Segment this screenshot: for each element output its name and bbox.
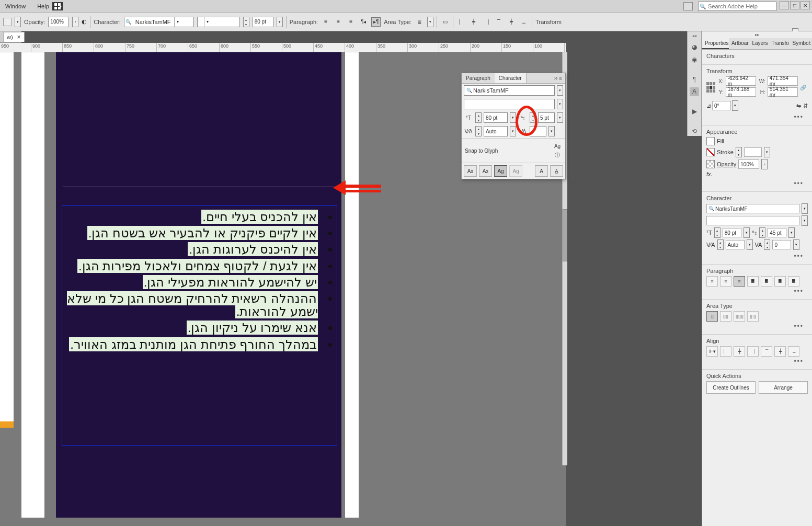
h-align-left-icon[interactable]: ⎸ [720,346,731,357]
font-style-field[interactable] [706,216,799,225]
align-objects-top-icon[interactable]: ⎺ [494,17,504,27]
area-type-dd[interactable]: ▾ [427,17,433,27]
font-style-field[interactable] [464,99,555,109]
font-style-field[interactable]: ▾ [197,17,240,27]
horizontal-ruler[interactable]: 9509008508007507006506005505004504003503… [0,43,566,52]
font-size-dd[interactable]: ▾ [277,17,283,27]
opacity-field[interactable]: 100% [738,159,759,169]
justify-center-icon[interactable]: ≣ [761,276,772,287]
collapse-icon[interactable]: ▸▸ [702,31,812,38]
column-double-icon[interactable]: ▯▯ [720,311,731,322]
font-family-dd[interactable]: ▾ [802,203,808,214]
recolor-icon[interactable]: ◐ [82,18,87,25]
menu-window[interactable]: Window [2,2,29,11]
stroke-weight-spinner[interactable]: ▴▾ [736,147,742,157]
y-field[interactable]: 1878.188 m [726,87,756,97]
links-icon[interactable]: ⟲ [690,127,699,136]
align-left-icon[interactable]: ≡ [321,17,330,27]
leading-dd[interactable]: ▾ [557,112,563,123]
x-field[interactable]: -626.642 m [726,76,756,86]
color-icon[interactable]: ◕ [690,42,699,52]
kerning-field[interactable]: Auto [726,240,745,249]
align-center-icon[interactable]: ≡ [720,276,731,287]
column-skip-icon[interactable]: ▯ ▯ [747,311,759,322]
stroke-weight-dd[interactable]: ▾ [764,147,770,157]
angle-dd[interactable]: ▾ [732,100,738,111]
justify-right-icon[interactable]: ≣ [774,276,786,287]
snap-baseline-icon[interactable]: Ax [464,165,477,177]
ltr-icon[interactable]: ▸¶ [371,17,381,27]
area-type-option-icon[interactable]: ≣ [415,17,424,27]
object-fill-swatch[interactable] [3,18,12,26]
anchor-icon[interactable]: A̲ [550,165,563,177]
align-right-icon[interactable]: ≡ [346,17,356,27]
tab-transform[interactable]: Transfo [769,38,790,49]
glyph-icon[interactable]: Ag [553,141,562,151]
menu-help[interactable]: Help [34,2,52,11]
swatch-dd[interactable]: ▾ [15,17,21,27]
font-family-field[interactable]: 🔍 NarkisTamMF [706,204,799,213]
font-size-spinner[interactable]: ▴▾ [714,227,720,238]
font-size-field[interactable]: 80 pt [484,112,508,123]
tab-close-icon[interactable]: × [17,33,21,41]
maximize-button[interactable]: □ [790,1,799,9]
w-field[interactable]: 471.354 mr [768,76,798,86]
transform-label[interactable]: Transform [535,19,562,25]
kerning-dd[interactable]: ▾ [510,126,516,136]
paragraph-icon[interactable]: ¶ [690,75,699,84]
minimize-button[interactable]: — [780,1,789,9]
info-icon[interactable]: ⓘ [553,151,562,160]
font-size-spinner[interactable]: ▴▾ [475,112,482,123]
tab-symbols[interactable]: Symbol: [790,38,812,49]
h-align-center-icon[interactable]: ┿ [734,346,745,357]
opacity-dd[interactable]: › [761,159,768,169]
align-objects-right-icon[interactable]: ⎹ [482,17,491,27]
font-size-dd[interactable]: ▾ [744,227,750,238]
angular-icon[interactable]: A [535,165,548,177]
character-panel[interactable]: Paragraph Character ›› ≡ 🔍 NarkisTamMF ▾… [461,73,566,179]
tracking-spinner[interactable]: ▴▾ [764,239,770,250]
font-style-dd[interactable]: ▾ [802,215,808,226]
column-triple-icon[interactable]: ▯▯▯ [734,311,745,322]
selected-text-frame[interactable]: אין להכניס בעלי חיים.אין לקיים פיקניק או… [62,205,337,446]
snap-glyph-bounds-icon[interactable]: Ag [494,165,507,177]
character-tab[interactable]: Character [495,73,527,83]
list-item[interactable]: אנא שימרו על ניקיון הגן. [66,321,333,334]
fill-swatch[interactable] [706,137,715,145]
flip-horizontal-icon[interactable]: ⇋ [796,102,801,109]
opacity-swatch[interactable] [706,160,715,168]
paragraph-tab[interactable]: Paragraph [462,73,495,83]
align-to-icon[interactable]: ⊩▾ [706,346,718,357]
list-item[interactable]: במהלך החורף פתיחת הגן מותנית במזג האוויר… [66,338,333,351]
more-options[interactable]: ••• [706,287,808,296]
align-right-icon[interactable]: ≡ [734,276,745,287]
kerning-spinner[interactable]: ▴▾ [475,126,482,136]
font-family-field[interactable]: 🔍 NarkisTamMF ▾ [124,17,194,27]
more-options[interactable]: ••• [706,112,808,122]
list-item[interactable]: אין לקיים פיקניק או להבעיר אש בשטח הגן. [66,226,333,239]
list-item[interactable]: יש להישמע להוראות מפעילי הגן. [66,276,333,289]
arrange-documents-button[interactable] [683,2,693,10]
h-align-right-icon[interactable]: ⎹ [747,346,759,357]
leading-field[interactable]: 5 pt [538,112,555,123]
justify-left-icon[interactable]: ≣ [747,276,759,287]
more-options[interactable]: ••• [706,322,808,331]
angle-field[interactable]: 0° [712,101,731,110]
v-align-bottom-icon[interactable]: ⎽ [788,346,799,357]
font-style-dd[interactable]: ▾ [557,99,563,109]
v-align-middle-icon[interactable]: ┿ [774,346,786,357]
constrain-proportions-icon[interactable]: 🔗 [800,78,807,96]
font-size-field[interactable]: 80 pt [723,228,741,237]
color-guide-icon[interactable]: ◉ [690,55,699,64]
justify-all-icon[interactable]: ≣ [788,276,799,287]
column-single-icon[interactable]: ▯ [706,311,718,322]
character-icon[interactable]: A [690,87,699,97]
collapse-icon[interactable]: ›› ≡ [551,73,565,83]
font-family-field[interactable]: 🔍 NarkisTamMF [464,85,555,96]
align-center-icon[interactable]: ≡ [334,17,343,27]
leading-field[interactable]: 45 pt [768,228,786,237]
expand-icon[interactable]: ◂◂ [692,33,696,39]
document-tab[interactable]: w) × [3,32,25,42]
tab-artboards[interactable]: Artboar [729,38,749,49]
workspace-switcher[interactable] [52,2,63,10]
